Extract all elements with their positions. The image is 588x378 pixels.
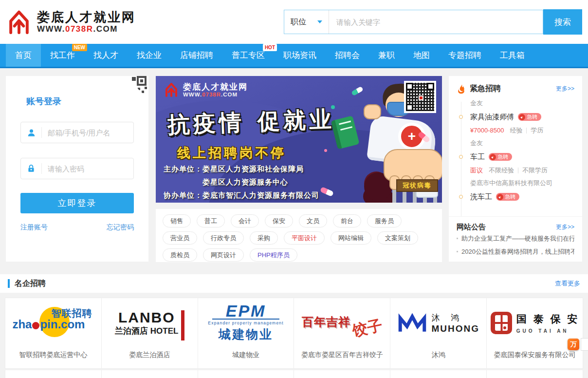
site-logo-text: 娄底人才就业网 WWW.0738R.COM — [37, 10, 136, 34]
qr-eye — [406, 104, 413, 111]
tag-shop-assistant[interactable]: 营业员 — [163, 231, 197, 245]
search-category-select[interactable]: 职位 — [284, 10, 329, 34]
site-url-highlight: 0738R — [65, 24, 93, 34]
wan-widget-icon[interactable]: 万 — [568, 339, 579, 350]
company-logo: 百年吉祥 饺子 — [294, 298, 390, 348]
register-link[interactable]: 注册账号 — [20, 223, 48, 232]
company-card-lanbo[interactable]: LANBO 兰泊酒店 HOTEL 娄底兰泊酒店 — [102, 298, 198, 369]
tag-waiter[interactable]: 服务员 — [367, 214, 402, 227]
job-company: 娄底市中信高新科技有限公司 — [470, 177, 576, 189]
lanbo-red-bar — [181, 310, 184, 340]
job-salary-row: 面议 不限经验 不限学历 — [470, 164, 576, 177]
job-salary: ¥7000-8500 — [470, 124, 504, 137]
banner-site-url: WWW.0738R.COM — [183, 92, 248, 97]
qr-eye — [427, 83, 434, 90]
tag-receptionist[interactable]: 前台 — [333, 214, 361, 227]
notice-item[interactable]: 2020公益性新春网络招聘月，线上招聘不 — [457, 245, 574, 258]
job-title-row[interactable]: 洗车工 ▲急聘 — [470, 189, 576, 204]
nav-label: 兼职 — [378, 51, 395, 60]
nav-label: 找企业 — [137, 51, 162, 60]
tag-qc-inspector[interactable]: 质检员 — [163, 248, 197, 262]
notice-more-link[interactable]: 更多>> — [556, 223, 574, 231]
tag-purchasing[interactable]: 采购 — [250, 231, 278, 245]
tag-security[interactable]: 保安 — [265, 214, 293, 227]
banner-logo-icon — [164, 82, 179, 97]
tag-graphic-design[interactable]: 平面设计 — [284, 231, 325, 245]
company-card-epm[interactable]: EPM Expander property management 城建物业 城建… — [198, 298, 294, 369]
nav-item-part-time[interactable]: 兼职 — [369, 44, 404, 67]
companies-more-link[interactable]: 查看更多 — [555, 279, 580, 288]
nav-item-job-fair[interactable]: 招聘会 — [326, 44, 369, 67]
company-card-guotai[interactable]: 国 泰 保 安 GUO TAI AN 娄底国泰保安服务有限公司 — [487, 298, 583, 369]
login-title: 账号登录 — [20, 95, 134, 107]
notice-text: 助力企业复工复产——硬核服务我们在行动 — [461, 232, 574, 245]
company-card-zhaopin[interactable]: 智联招聘 zhapin.com 智联招聘娄底运营中心 — [5, 298, 102, 369]
tag-copywriter[interactable]: 文案策划 — [377, 231, 418, 245]
nav-label: 地图 — [413, 51, 430, 60]
nav-item-special-recruit[interactable]: 专题招聘 — [439, 44, 491, 67]
nav-item-toolbox[interactable]: 工具箱 — [491, 44, 534, 67]
urgent-recruit-header: 紧急招聘 更多>> — [449, 76, 582, 96]
nav-item-shop-recruit[interactable]: 店铺招聘 — [171, 44, 222, 67]
bullet-square — [457, 238, 458, 239]
notice-title: 网站公告 — [457, 223, 486, 232]
famous-companies-header: 名企招聘 查看更多 — [0, 274, 588, 293]
nav-item-find-talent[interactable]: 找人才 — [84, 44, 128, 67]
banner-host-line1: 主办单位：娄星区人力资源和社会保障局 — [164, 165, 304, 174]
company-card-jiaozi[interactable]: 百年吉祥 饺子 娄底市娄星区百年吉祥饺子 — [294, 298, 390, 369]
company-logo: LANBO 兰泊酒店 HOTEL — [102, 298, 198, 348]
epm-divider — [212, 319, 279, 320]
search-button[interactable]: 搜索 — [543, 9, 582, 35]
site-logo[interactable]: 娄底人才就业网 WWW.0738R.COM — [6, 9, 136, 35]
nav-item-career-news[interactable]: 职场资讯 — [274, 44, 326, 67]
doctor-fist-illustration — [364, 104, 381, 119]
job-title: 车工 — [470, 150, 485, 164]
urgent-badge-label: 急聘 — [497, 150, 508, 164]
promo-banner[interactable]: 娄底人才就业网 WWW.0738R.COM 抗疫情促就业 线上招聘岗不停 主办单… — [156, 76, 442, 203]
forgot-password-link[interactable]: 忘记密码 — [107, 223, 134, 232]
password-input[interactable] — [42, 165, 133, 173]
qr-center-logo — [419, 95, 423, 100]
site-url-prefix: WWW. — [37, 24, 65, 34]
nav-item-map[interactable]: 地图 — [404, 44, 439, 67]
tag-web-design[interactable]: 网页设计 — [203, 248, 244, 262]
tag-web-editor[interactable]: 网站编辑 — [331, 231, 371, 245]
job-title-row[interactable]: 家具油漆师傅 ▲急聘 — [470, 110, 576, 124]
nav-item-find-company[interactable]: 找企业 — [128, 44, 171, 67]
login-button[interactable]: 立即登录 — [20, 193, 134, 213]
main-content: 账号登录 立即登录 注册账号 忘记密码 — [6, 76, 582, 262]
tag-php-programmer[interactable]: PHP程序员 — [250, 248, 297, 262]
guotai-logo-en: GUO TAI AN — [516, 328, 580, 334]
tag-general-worker[interactable]: 普工 — [197, 214, 225, 227]
nav-item-home[interactable]: 首页 — [6, 44, 41, 67]
job-title-row[interactable]: 车工 ▲急聘 — [470, 150, 576, 164]
username-field-wrap — [20, 122, 134, 143]
main-nav: 首页 找工作NEW 找人才 找企业 店铺招聘 普工专区HOT 职场资讯 招聘会 … — [0, 44, 588, 68]
urgent-more-link[interactable]: 更多>> — [556, 85, 574, 93]
username-input[interactable] — [42, 129, 133, 137]
nav-item-find-job[interactable]: 找工作NEW — [41, 44, 84, 67]
lock-icon — [21, 164, 41, 173]
site-notice-panel: 网站公告 更多>> 助力企业复工复产——硬核服务我们在行动 2020公益性新春网… — [449, 216, 582, 262]
tag-accountant[interactable]: 会计 — [231, 214, 259, 227]
notice-text: 2020公益性新春网络招聘月，线上招聘不 — [461, 245, 574, 258]
urgent-badge-label: 急聘 — [505, 189, 515, 204]
search-input[interactable] — [329, 10, 543, 34]
tag-admin-specialist[interactable]: 行政专员 — [203, 231, 244, 245]
company-caption: 娄底兰泊酒店 — [129, 351, 170, 359]
nav-item-worker-zone[interactable]: 普工专区HOT — [222, 44, 274, 67]
company-card-muhong[interactable]: 沐 鸿 MUHONG 沐鸿 — [390, 298, 487, 369]
banner-url-prefix: WWW. — [183, 92, 202, 97]
banner-host-line2: 娄星区人力资源服务中心 — [164, 178, 288, 187]
notice-item[interactable]: 助力企业复工复产——硬核服务我们在行动 — [457, 232, 574, 245]
zhaopin-logo-en: zhapin.com — [12, 318, 85, 331]
banner-site-name: 娄底人才就业网 — [183, 82, 248, 92]
muhong-m-icon — [397, 313, 427, 333]
tag-clerk[interactable]: 文员 — [299, 214, 327, 227]
job-company: 金友 — [470, 97, 576, 110]
qr-pattern — [406, 83, 434, 111]
epm-logo-sub: Expander property management — [208, 321, 284, 325]
tag-sales[interactable]: 销售 — [163, 214, 191, 227]
floating-widget[interactable]: 万 — [568, 338, 588, 351]
jiaozi-logo-cn2: 饺子 — [350, 315, 384, 341]
